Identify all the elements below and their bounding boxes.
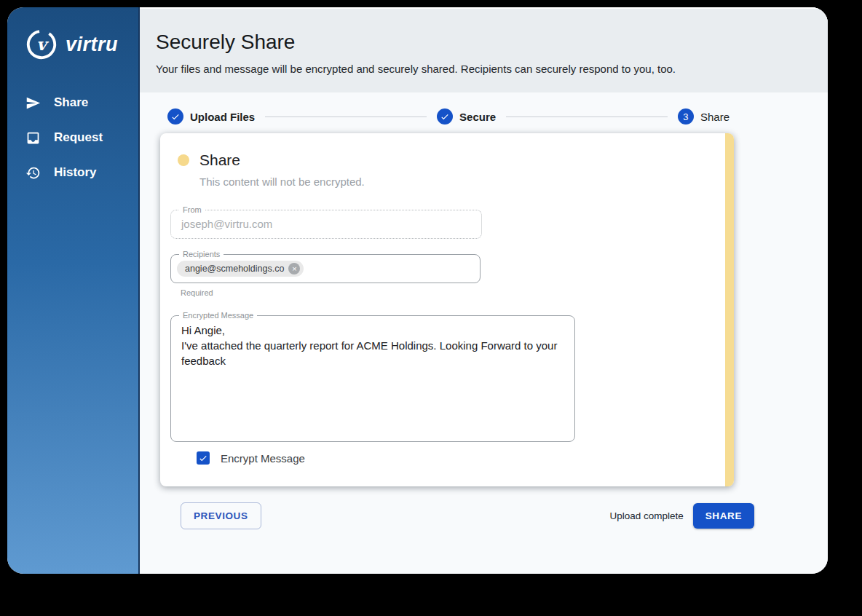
step-upload-files[interactable]: Upload Files: [167, 108, 255, 125]
sidebar-item-label: Share: [54, 95, 88, 110]
recipients-input[interactable]: Recipients angie@scmeholdings.co ×: [170, 254, 481, 283]
virtru-wordmark: virtru: [66, 33, 118, 56]
upload-status-text: Upload complete: [609, 510, 683, 521]
footer-actions: PREVIOUS Upload complete SHARE: [181, 502, 754, 529]
recipient-chip[interactable]: angie@scmeholdings.co ×: [177, 261, 304, 277]
step-number-badge: 3: [678, 108, 694, 125]
checkbox-check-icon: [198, 453, 208, 463]
encrypt-message-checkbox[interactable]: [197, 451, 210, 465]
app-window: v virtru Share Request History Securely: [7, 7, 828, 574]
encrypted-message-textarea[interactable]: Encrypted Message Hi Angie, I've attache…: [170, 315, 575, 442]
send-icon: [25, 95, 41, 111]
recipients-helper-text: Required: [181, 288, 734, 297]
recipient-chip-label: angie@scmeholdings.co: [185, 264, 284, 274]
encrypt-message-label: Encrypt Message: [221, 452, 305, 465]
history-icon: [25, 165, 41, 181]
page-subtitle: Your files and message will be encrypted…: [156, 63, 806, 75]
sidebar: v virtru Share Request History: [7, 7, 140, 574]
page-header: Securely Share Your files and message wi…: [140, 7, 828, 92]
content-area: Securely Share Your files and message wi…: [140, 7, 828, 574]
message-line: Hi Angie,: [181, 323, 564, 338]
step-secure[interactable]: Secure: [437, 108, 496, 125]
encrypt-message-row: Encrypt Message: [197, 451, 734, 465]
sidebar-item-share[interactable]: Share: [25, 95, 138, 111]
stepper: Upload Files Secure 3 Share: [167, 108, 729, 125]
step-label: Secure: [459, 111, 496, 123]
from-field-value: joseph@virtru.com: [171, 210, 481, 238]
virtru-logo: v virtru: [25, 28, 138, 61]
chip-remove-icon[interactable]: ×: [288, 263, 300, 275]
card-subtitle: This content will not be encrypted.: [160, 175, 734, 188]
from-field-label: From: [179, 205, 205, 215]
share-button[interactable]: SHARE: [693, 503, 754, 529]
sidebar-item-label: Request: [54, 130, 103, 145]
virtru-logo-icon: v: [25, 28, 58, 61]
main-panel: Upload Files Secure 3 Share: [140, 92, 828, 574]
recipients-field-label: Recipients: [179, 250, 224, 259]
message-field-label: Encrypted Message: [179, 311, 257, 320]
sidebar-item-history[interactable]: History: [25, 165, 138, 181]
step-connector: [506, 117, 668, 117]
inbox-icon: [25, 130, 41, 146]
sidebar-item-request[interactable]: Request: [25, 130, 138, 146]
step-connector: [265, 117, 427, 117]
previous-button[interactable]: PREVIOUS: [181, 502, 261, 529]
share-card: Share This content will not be encrypted…: [160, 133, 734, 486]
card-title: Share: [199, 151, 240, 169]
sidebar-item-label: History: [54, 165, 97, 180]
page-title: Securely Share: [156, 31, 806, 54]
unencrypted-status-dot: [178, 154, 189, 166]
message-line: I've attached the quarterly report for A…: [181, 338, 564, 368]
step-share[interactable]: 3 Share: [678, 108, 729, 125]
svg-text:v: v: [36, 34, 49, 54]
step-complete-check-icon: [437, 108, 453, 125]
step-complete-check-icon: [167, 108, 183, 125]
from-field: From joseph@virtru.com: [170, 210, 482, 239]
step-label: Share: [700, 111, 729, 123]
step-label: Upload Files: [190, 111, 255, 123]
